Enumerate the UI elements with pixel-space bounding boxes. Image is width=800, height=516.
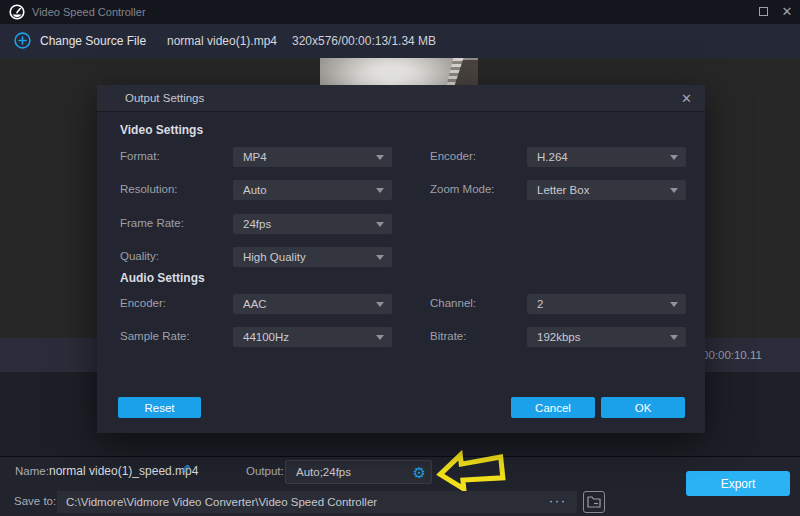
quality-value: High Quality: [243, 247, 306, 267]
dialog-header: Output Settings ✕: [97, 85, 705, 112]
save-to-path-value: C:\Vidmore\Vidmore Video Converter\Video…: [66, 491, 377, 513]
video-frame-thumbnail: [320, 58, 478, 85]
current-time: 00:00:10.11: [702, 338, 762, 372]
output-settings-dialog: Output Settings ✕ Video Settings Format:…: [97, 85, 705, 433]
name-label: Name:: [15, 465, 49, 477]
format-label: Format:: [120, 150, 160, 162]
zoom-mode-label: Zoom Mode:: [430, 183, 495, 195]
output-profile-value: Auto;24fps: [296, 461, 351, 483]
zoom-mode-value: Letter Box: [537, 180, 589, 200]
zoom-mode-select[interactable]: Letter Box: [527, 180, 686, 200]
ok-button[interactable]: OK: [601, 397, 685, 418]
chevron-down-icon: [376, 222, 384, 227]
audio-encoder-select[interactable]: AAC: [233, 294, 392, 314]
quality-select[interactable]: High Quality: [233, 247, 392, 267]
channel-select[interactable]: 2: [527, 294, 686, 314]
export-button[interactable]: Export: [686, 471, 790, 496]
maximize-button[interactable]: [756, 5, 770, 19]
window-title: Video Speed Controller: [32, 0, 146, 24]
add-circle-icon[interactable]: [14, 32, 31, 49]
audio-settings-heading: Audio Settings: [120, 271, 205, 285]
encoder-select[interactable]: H.264: [527, 147, 686, 167]
video-settings-heading: Video Settings: [120, 123, 203, 137]
reset-button[interactable]: Reset: [118, 397, 201, 418]
chevron-down-icon: [376, 335, 384, 340]
resolution-select[interactable]: Auto: [233, 180, 392, 200]
output-file-name: normal video(1)_speed.mp4: [49, 464, 198, 478]
chevron-down-icon: [670, 302, 678, 307]
change-source-file-button[interactable]: Change Source File: [40, 24, 146, 58]
output-settings-gear-icon[interactable]: ⚙: [413, 462, 426, 484]
bitrate-select[interactable]: 192kbps: [527, 327, 686, 347]
app-logo-icon: [9, 4, 25, 20]
resolution-value: Auto: [243, 180, 267, 200]
encoder-value: H.264: [537, 147, 568, 167]
toolbar: Change Source File normal video(1).mp4 3…: [0, 24, 800, 58]
sample-rate-value: 44100Hz: [243, 327, 289, 347]
frame-rate-value: 24fps: [243, 214, 271, 234]
title-bar: Video Speed Controller ✕: [0, 0, 800, 24]
resolution-label: Resolution:: [120, 183, 178, 195]
quality-label: Quality:: [120, 250, 159, 262]
chevron-down-icon: [670, 188, 678, 193]
channel-label: Channel:: [430, 297, 476, 309]
open-folder-button[interactable]: [583, 491, 605, 513]
sample-rate-label: Sample Rate:: [120, 330, 190, 342]
save-to-path-field[interactable]: C:\Vidmore\Vidmore Video Converter\Video…: [57, 491, 577, 513]
footer-panel: Name: normal video(1)_speed.mp4 ✎ Output…: [0, 456, 800, 516]
audio-encoder-value: AAC: [243, 294, 267, 314]
output-label: Output:: [246, 465, 284, 477]
format-value: MP4: [243, 147, 267, 167]
dialog-close-icon[interactable]: ✕: [681, 85, 692, 112]
output-profile-field[interactable]: Auto;24fps ⚙: [285, 460, 432, 484]
annotation-arrow-icon: [434, 445, 510, 496]
source-file-name: normal video(1).mp4: [167, 24, 277, 58]
source-file-info: 320x576/00:00:13/1.34 MB: [292, 24, 436, 58]
maximize-icon: [759, 7, 768, 16]
close-button[interactable]: ✕: [780, 5, 794, 19]
chevron-down-icon: [670, 335, 678, 340]
frame-rate-select[interactable]: 24fps: [233, 214, 392, 234]
channel-value: 2: [537, 294, 543, 314]
edit-name-icon[interactable]: ✎: [180, 462, 191, 477]
encoder-label: Encoder:: [430, 150, 476, 162]
frame-rate-label: Frame Rate:: [120, 217, 184, 229]
bitrate-label: Bitrate:: [430, 330, 466, 342]
chevron-down-icon: [376, 255, 384, 260]
chevron-down-icon: [670, 155, 678, 160]
sample-rate-select[interactable]: 44100Hz: [233, 327, 392, 347]
folder-icon: [587, 496, 601, 508]
cancel-button[interactable]: Cancel: [511, 397, 595, 418]
chevron-down-icon: [376, 188, 384, 193]
save-to-label: Save to:: [14, 495, 56, 507]
browse-folder-button[interactable]: ···: [549, 491, 567, 511]
chevron-down-icon: [376, 155, 384, 160]
audio-encoder-label: Encoder:: [120, 297, 166, 309]
chevron-down-icon: [376, 302, 384, 307]
format-select[interactable]: MP4: [233, 147, 392, 167]
bitrate-value: 192kbps: [537, 327, 580, 347]
dialog-title: Output Settings: [125, 85, 204, 112]
